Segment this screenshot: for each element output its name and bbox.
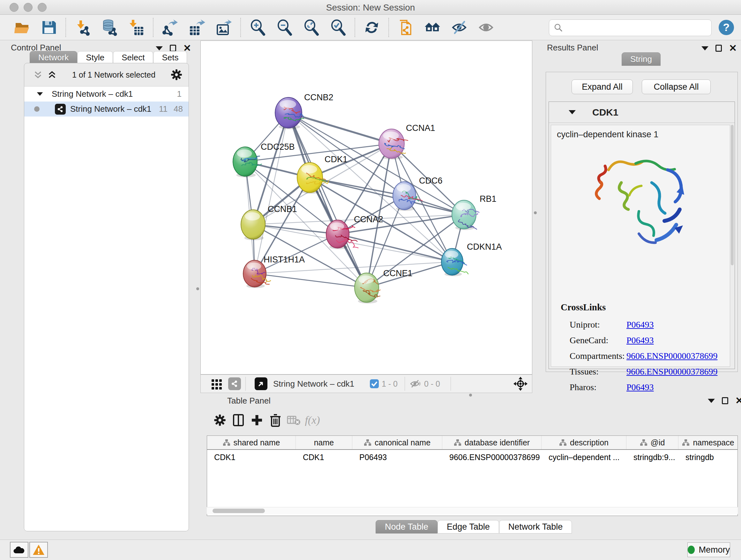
crosslink-link[interactable]: P06493 [626, 335, 654, 346]
pan-crosshair-icon[interactable] [513, 376, 528, 391]
right-splitter-handle[interactable] [534, 211, 537, 214]
delete-table-icon[interactable] [285, 411, 303, 429]
string-view-badge-icon[interactable] [228, 377, 241, 390]
zoom-in-icon[interactable] [248, 18, 267, 37]
zoom-fit-content-icon[interactable] [302, 18, 320, 37]
import-table-from-file-icon[interactable] [127, 18, 145, 37]
network-node-ccnb2[interactable] [275, 98, 304, 129]
column-header-shared-name[interactable]: shared name [207, 436, 296, 449]
tab-sets[interactable]: Sets [153, 51, 187, 64]
birds-eye-grid-icon[interactable] [210, 377, 223, 390]
network-node-ccnb1[interactable] [241, 210, 265, 240]
table-row[interactable]: CDK1CDK1P064939606.ENSP00000378699cyclin… [207, 450, 738, 464]
column-header-canonical-name[interactable]: canonical name [352, 436, 442, 449]
tab-network[interactable]: Network [30, 51, 77, 64]
panel-float-icon[interactable] [716, 45, 722, 52]
selected-checkbox-icon[interactable] [369, 379, 379, 388]
panel-menu-icon[interactable] [701, 46, 709, 51]
tab-style[interactable]: Style [77, 51, 113, 64]
section-collapse-icon[interactable] [569, 110, 576, 114]
crosslink-link[interactable]: P06493 [626, 382, 654, 392]
tab-string[interactable]: String [622, 52, 661, 66]
import-network-from-database-icon[interactable] [100, 18, 119, 37]
panel-close-icon[interactable]: ✕ [183, 45, 191, 52]
column-header-namespace[interactable]: namespace [678, 436, 738, 449]
table-cell[interactable]: stringdb:9... [626, 450, 678, 464]
table-cell[interactable]: CDK1 [207, 450, 296, 464]
table-cell[interactable]: cyclin–dependent ... [542, 450, 626, 464]
network-node-ccne1[interactable] [354, 273, 381, 304]
expand-all-button[interactable]: Expand All [571, 79, 633, 94]
table-cell[interactable]: P06493 [352, 450, 442, 464]
network-edge[interactable] [288, 113, 392, 144]
show-hidden-icon[interactable] [477, 18, 495, 37]
save-session-icon[interactable] [40, 18, 58, 37]
help-icon[interactable]: ? [717, 18, 736, 37]
left-splitter-handle[interactable] [196, 287, 199, 290]
collapse-all-networks-icon[interactable] [32, 69, 44, 80]
create-column-icon[interactable] [248, 411, 266, 429]
network-node-hist1h1a[interactable] [243, 260, 271, 288]
show-columns-icon[interactable] [229, 411, 248, 429]
cloud-status-button[interactable] [10, 542, 28, 558]
function-builder-icon[interactable]: f(x) [303, 411, 322, 429]
column-header--id[interactable]: @id [626, 436, 678, 449]
expand-all-networks-icon[interactable] [47, 69, 57, 80]
column-header-database-identifier[interactable]: database identifier [442, 436, 542, 449]
delete-column-trash-icon[interactable] [266, 411, 285, 429]
network-node-rb1[interactable] [452, 200, 479, 230]
network-node-cdkn1a[interactable] [441, 248, 468, 276]
network-edge[interactable] [255, 273, 367, 288]
table-cell[interactable]: 9606.ENSP00000378699 [442, 450, 542, 464]
import-network-from-file-icon[interactable] [73, 18, 92, 37]
export-network-icon[interactable] [161, 18, 179, 37]
export-image-icon[interactable] [214, 18, 233, 37]
panel-menu-icon[interactable] [708, 399, 715, 403]
panel-menu-icon[interactable] [156, 46, 163, 51]
collection-expander-icon[interactable] [37, 92, 43, 96]
network-node-cdc25b[interactable] [233, 147, 262, 178]
results-scrollbar[interactable] [731, 125, 734, 265]
panel-float-icon[interactable] [170, 45, 176, 52]
tab-network-table[interactable]: Network Table [499, 520, 572, 534]
crosslink-link[interactable]: 9606.ENSP00000378699 [626, 367, 718, 377]
network-graph[interactable]: CCNB2CCNA1CDC25BCDK1CDC6RB1CCNB1CCNA2CDK… [201, 41, 532, 374]
open-session-icon[interactable] [13, 18, 31, 37]
refresh-view-icon[interactable] [362, 18, 381, 37]
network-edge[interactable] [255, 234, 338, 273]
zoom-out-icon[interactable] [275, 18, 293, 37]
gene-section-header[interactable]: CDK1 [549, 102, 735, 123]
table-options-gear-icon[interactable] [211, 411, 229, 429]
network-edge[interactable] [255, 113, 288, 273]
network-options-gear-icon[interactable] [170, 68, 183, 81]
memory-button[interactable]: Memory [687, 543, 730, 557]
panel-close-icon[interactable]: ✕ [729, 45, 737, 52]
column-header-name[interactable]: name [296, 436, 352, 449]
table-horizontal-scrollbar[interactable] [207, 507, 738, 514]
network-canvas[interactable]: CCNB2CCNA1CDC25BCDK1CDC6RB1CCNB1CCNA2CDK… [200, 41, 532, 374]
network-row[interactable]: String Network – cdk1 11 48 [24, 102, 189, 117]
tab-edge-table[interactable]: Edge Table [437, 520, 499, 534]
export-table-icon[interactable] [188, 18, 206, 37]
table-cell[interactable]: CDK1 [296, 450, 352, 464]
tab-node-table[interactable]: Node Table [376, 520, 437, 534]
warnings-button[interactable] [29, 542, 48, 558]
collapse-all-button[interactable]: Collapse All [642, 79, 711, 94]
bottom-splitter-handle[interactable] [469, 394, 472, 396]
network-collection-row[interactable]: String Network – cdk1 1 [24, 86, 189, 102]
zoom-selected-icon[interactable] [329, 18, 347, 37]
import-string-network-icon[interactable] [396, 18, 415, 37]
open-in-window-icon[interactable] [255, 377, 267, 390]
panel-float-icon[interactable] [722, 397, 728, 404]
table-cell[interactable]: stringdb [678, 450, 738, 464]
scrollbar-thumb[interactable] [212, 509, 265, 513]
hide-selected-icon[interactable] [450, 18, 468, 37]
network-node-cdk1[interactable] [297, 163, 328, 194]
column-header-description[interactable]: description [542, 436, 626, 449]
crosslink-link[interactable]: P06493 [626, 320, 654, 330]
hidden-eye-slash-icon[interactable] [409, 379, 421, 388]
panel-close-icon[interactable]: ✕ [735, 397, 741, 404]
string-home-icon[interactable] [423, 18, 442, 37]
tab-select[interactable]: Select [113, 51, 153, 64]
crosslink-link[interactable]: 9606.ENSP00000378699 [626, 351, 718, 361]
